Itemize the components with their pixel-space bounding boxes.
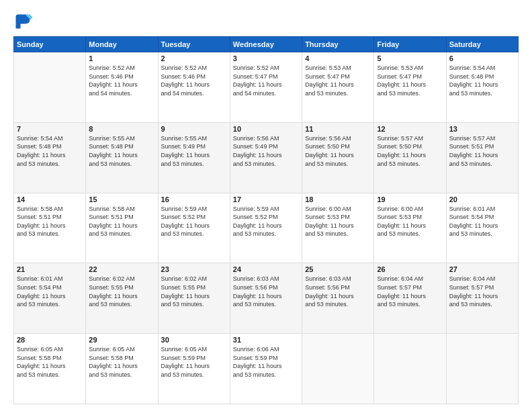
day-number: 3	[233, 54, 299, 62]
calendar-cell: 25Sunrise: 6:03 AM Sunset: 5:56 PM Dayli…	[302, 263, 374, 334]
calendar-cell	[302, 334, 374, 404]
day-info: Sunrise: 5:59 AM Sunset: 5:52 PM Dayligh…	[161, 205, 227, 238]
day-info: Sunrise: 6:02 AM Sunset: 5:55 PM Dayligh…	[89, 275, 154, 308]
day-info: Sunrise: 6:04 AM Sunset: 5:57 PM Dayligh…	[449, 275, 515, 308]
calendar-cell: 24Sunrise: 6:03 AM Sunset: 5:56 PM Dayli…	[230, 263, 302, 334]
calendar-cell: 19Sunrise: 6:00 AM Sunset: 5:53 PM Dayli…	[374, 193, 446, 263]
day-info: Sunrise: 6:05 AM Sunset: 5:59 PM Dayligh…	[161, 345, 227, 379]
calendar-cell: 31Sunrise: 6:06 AM Sunset: 5:59 PM Dayli…	[230, 334, 302, 404]
calendar-cell	[14, 52, 86, 123]
day-number: 20	[449, 195, 515, 203]
day-info: Sunrise: 6:01 AM Sunset: 5:54 PM Dayligh…	[449, 205, 515, 238]
day-number: 15	[89, 195, 154, 203]
calendar-cell: 27Sunrise: 6:04 AM Sunset: 5:57 PM Dayli…	[446, 263, 518, 334]
calendar-cell: 2Sunrise: 5:52 AM Sunset: 5:46 PM Daylig…	[158, 52, 230, 123]
calendar-cell: 12Sunrise: 5:57 AM Sunset: 5:50 PM Dayli…	[374, 122, 446, 193]
weekday-header: Friday	[374, 37, 446, 52]
day-number: 26	[377, 265, 443, 273]
calendar-cell: 13Sunrise: 5:57 AM Sunset: 5:51 PM Dayli…	[446, 122, 518, 193]
page: SundayMondayTuesdayWednesdayThursdayFrid…	[0, 0, 532, 411]
day-info: Sunrise: 6:05 AM Sunset: 5:58 PM Dayligh…	[89, 345, 154, 379]
calendar-cell: 6Sunrise: 5:54 AM Sunset: 5:48 PM Daylig…	[446, 52, 518, 123]
weekday-header: Wednesday	[230, 37, 302, 52]
day-number: 18	[305, 195, 371, 203]
day-number: 23	[161, 265, 227, 273]
calendar-cell: 23Sunrise: 6:02 AM Sunset: 5:55 PM Dayli…	[158, 263, 230, 334]
day-number: 31	[233, 336, 299, 344]
calendar-cell: 10Sunrise: 5:56 AM Sunset: 5:49 PM Dayli…	[230, 122, 302, 193]
calendar-cell: 3Sunrise: 5:52 AM Sunset: 5:47 PM Daylig…	[230, 52, 302, 123]
calendar-cell: 1Sunrise: 5:52 AM Sunset: 5:46 PM Daylig…	[86, 52, 158, 123]
calendar-week-row: 14Sunrise: 5:58 AM Sunset: 5:51 PM Dayli…	[14, 193, 519, 263]
calendar-week-row: 21Sunrise: 6:01 AM Sunset: 5:54 PM Dayli…	[14, 263, 519, 334]
calendar-cell: 9Sunrise: 5:55 AM Sunset: 5:49 PM Daylig…	[158, 122, 230, 193]
day-number: 27	[449, 265, 515, 273]
day-number: 22	[89, 265, 154, 273]
calendar-week-row: 7Sunrise: 5:54 AM Sunset: 5:48 PM Daylig…	[14, 122, 519, 193]
day-number: 5	[377, 54, 443, 62]
day-number: 14	[17, 195, 83, 203]
day-number: 24	[233, 265, 299, 273]
weekday-header: Tuesday	[158, 37, 230, 52]
calendar-cell: 28Sunrise: 6:05 AM Sunset: 5:58 PM Dayli…	[14, 334, 86, 404]
day-number: 21	[17, 265, 83, 273]
day-number: 2	[161, 54, 227, 62]
day-info: Sunrise: 6:03 AM Sunset: 5:56 PM Dayligh…	[233, 275, 299, 308]
calendar-cell: 18Sunrise: 6:00 AM Sunset: 5:53 PM Dayli…	[302, 193, 374, 263]
day-number: 8	[89, 125, 154, 133]
calendar-cell: 4Sunrise: 5:53 AM Sunset: 5:47 PM Daylig…	[302, 52, 374, 123]
day-info: Sunrise: 6:00 AM Sunset: 5:53 PM Dayligh…	[377, 205, 443, 238]
day-info: Sunrise: 5:54 AM Sunset: 5:48 PM Dayligh…	[17, 134, 83, 168]
day-number: 4	[305, 54, 371, 62]
day-number: 19	[377, 195, 443, 203]
day-number: 17	[233, 195, 299, 203]
day-info: Sunrise: 5:59 AM Sunset: 5:52 PM Dayligh…	[233, 205, 299, 238]
calendar-cell: 17Sunrise: 5:59 AM Sunset: 5:52 PM Dayli…	[230, 193, 302, 263]
day-info: Sunrise: 5:57 AM Sunset: 5:50 PM Dayligh…	[377, 134, 443, 168]
calendar-header-row: SundayMondayTuesdayWednesdayThursdayFrid…	[14, 37, 519, 52]
logo	[13, 12, 35, 31]
day-info: Sunrise: 6:03 AM Sunset: 5:56 PM Dayligh…	[305, 275, 371, 308]
day-number: 9	[161, 125, 227, 133]
logo-icon	[13, 12, 32, 31]
calendar-cell	[446, 334, 518, 404]
day-info: Sunrise: 6:05 AM Sunset: 5:58 PM Dayligh…	[17, 345, 83, 379]
day-number: 6	[449, 54, 515, 62]
day-number: 1	[89, 54, 154, 62]
weekday-header: Thursday	[302, 37, 374, 52]
day-info: Sunrise: 5:52 AM Sunset: 5:46 PM Dayligh…	[161, 64, 227, 97]
calendar-cell: 7Sunrise: 5:54 AM Sunset: 5:48 PM Daylig…	[14, 122, 86, 193]
day-info: Sunrise: 5:53 AM Sunset: 5:47 PM Dayligh…	[377, 64, 443, 97]
day-info: Sunrise: 5:56 AM Sunset: 5:49 PM Dayligh…	[233, 134, 299, 168]
calendar-week-row: 28Sunrise: 6:05 AM Sunset: 5:58 PM Dayli…	[14, 334, 519, 404]
calendar-cell	[374, 334, 446, 404]
day-number: 16	[161, 195, 227, 203]
weekday-header: Sunday	[14, 37, 86, 52]
calendar-cell: 16Sunrise: 5:59 AM Sunset: 5:52 PM Dayli…	[158, 193, 230, 263]
calendar-cell: 8Sunrise: 5:55 AM Sunset: 5:48 PM Daylig…	[86, 122, 158, 193]
calendar-week-row: 1Sunrise: 5:52 AM Sunset: 5:46 PM Daylig…	[14, 52, 519, 123]
day-info: Sunrise: 6:00 AM Sunset: 5:53 PM Dayligh…	[305, 205, 371, 238]
calendar-cell: 22Sunrise: 6:02 AM Sunset: 5:55 PM Dayli…	[86, 263, 158, 334]
day-number: 25	[305, 265, 371, 273]
calendar-cell: 29Sunrise: 6:05 AM Sunset: 5:58 PM Dayli…	[86, 334, 158, 404]
day-number: 12	[377, 125, 443, 133]
calendar-cell: 26Sunrise: 6:04 AM Sunset: 5:57 PM Dayli…	[374, 263, 446, 334]
day-info: Sunrise: 5:53 AM Sunset: 5:47 PM Dayligh…	[305, 64, 371, 97]
day-info: Sunrise: 5:58 AM Sunset: 5:51 PM Dayligh…	[89, 205, 154, 238]
day-number: 10	[233, 125, 299, 133]
day-info: Sunrise: 5:57 AM Sunset: 5:51 PM Dayligh…	[449, 134, 515, 168]
day-info: Sunrise: 6:04 AM Sunset: 5:57 PM Dayligh…	[377, 275, 443, 308]
day-info: Sunrise: 6:06 AM Sunset: 5:59 PM Dayligh…	[233, 345, 299, 379]
day-info: Sunrise: 5:54 AM Sunset: 5:48 PM Dayligh…	[449, 64, 515, 97]
day-number: 29	[89, 336, 154, 344]
calendar-cell: 30Sunrise: 6:05 AM Sunset: 5:59 PM Dayli…	[158, 334, 230, 404]
day-number: 11	[305, 125, 371, 133]
calendar-cell: 14Sunrise: 5:58 AM Sunset: 5:51 PM Dayli…	[14, 193, 86, 263]
calendar-cell: 20Sunrise: 6:01 AM Sunset: 5:54 PM Dayli…	[446, 193, 518, 263]
header	[13, 12, 519, 31]
day-number: 13	[449, 125, 515, 133]
day-info: Sunrise: 6:02 AM Sunset: 5:55 PM Dayligh…	[161, 275, 227, 308]
day-info: Sunrise: 5:52 AM Sunset: 5:47 PM Dayligh…	[233, 64, 299, 97]
day-info: Sunrise: 5:55 AM Sunset: 5:48 PM Dayligh…	[89, 134, 154, 168]
